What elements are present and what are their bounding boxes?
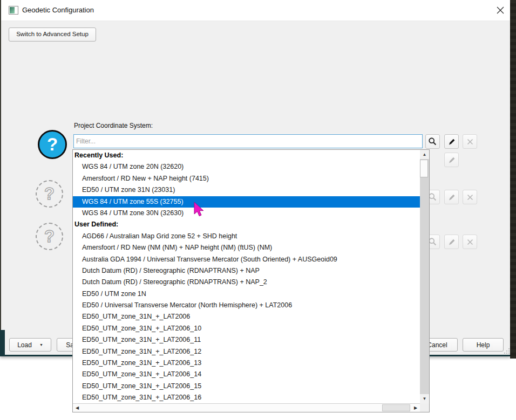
- placeholder-question-icon: ?: [36, 180, 63, 208]
- list-section-header: User Defined:: [73, 219, 420, 230]
- clear-button-disabled[interactable]: [463, 235, 477, 249]
- pencil-icon: [447, 156, 456, 164]
- title-bar[interactable]: Geodetic Configuration: [1, 0, 510, 21]
- scroll-up-button[interactable]: ▲: [420, 150, 429, 159]
- scroll-up-icon: ▲: [423, 152, 427, 157]
- scrollbar-corner: [420, 403, 429, 412]
- switch-to-advanced-setup-button[interactable]: Switch to Advanced Setup: [9, 27, 96, 42]
- question-glyph: ?: [44, 227, 55, 246]
- coordinate-system-dropdown: Recently Used: WGS 84 / UTM zone 20N (32…: [72, 149, 430, 412]
- resize-grip[interactable]: [503, 347, 510, 354]
- scroll-left-icon: ◀: [76, 405, 79, 410]
- desktop-background-right: [510, 0, 516, 359]
- desktop-background-bottom-left: [0, 330, 5, 356]
- list-item[interactable]: ED50_UTM_zone_31N_+_LAT2006_15: [73, 381, 420, 392]
- close-icon: [497, 6, 504, 14]
- window-title: Geodetic Configuration: [22, 0, 94, 20]
- vertical-scroll-thumb[interactable]: [420, 160, 428, 177]
- scroll-down-button[interactable]: ▼: [420, 394, 429, 403]
- close-button[interactable]: [491, 3, 510, 17]
- edit-button[interactable]: [444, 134, 459, 149]
- list-item[interactable]: ED50 / UTM zone 1N: [73, 288, 420, 300]
- scroll-right-icon: ▶: [414, 405, 417, 410]
- list-item[interactable]: AGD66 / Australian Map Grid zone 52 + SH…: [73, 231, 420, 242]
- list-item[interactable]: WGS 84 / UTM zone 30N (32630): [73, 208, 420, 219]
- list-item[interactable]: ED50 / Universal Transverse Mercator (No…: [73, 300, 420, 311]
- cancel-label: Cancel: [427, 341, 447, 349]
- chevron-down-icon: ▼: [39, 343, 43, 347]
- clear-button[interactable]: [463, 134, 477, 149]
- question-glyph: ?: [47, 134, 58, 155]
- pencil-icon: [447, 137, 456, 146]
- help-button[interactable]: Help: [463, 338, 504, 352]
- list-item[interactable]: ED50_UTM_zone_31N_+_LAT2006_14: [73, 369, 420, 380]
- load-button[interactable]: Load ▼: [9, 338, 51, 352]
- search-icon: [428, 137, 437, 146]
- list-item[interactable]: Australia GDA 1994 / Universal Transvers…: [73, 254, 420, 265]
- pencil-icon: [447, 193, 456, 202]
- list-item[interactable]: ED50_UTM_zone_31N_+_LAT2006_10: [73, 323, 420, 334]
- edit-button-disabled[interactable]: [444, 153, 459, 167]
- list-section-header: Recently Used:: [73, 150, 420, 161]
- scroll-down-icon: ▼: [423, 396, 427, 401]
- list-item[interactable]: ED50_UTM_zone_31N_+_LAT2006_11: [73, 334, 420, 346]
- list-item[interactable]: ED50_UTM_zone_31N_+_LAT2006_12: [73, 346, 420, 357]
- list-item[interactable]: ED50_UTM_zone_31N_+_LAT2006: [73, 311, 420, 322]
- scroll-left-button[interactable]: ◀: [73, 404, 82, 412]
- help-question-icon: ?: [38, 130, 67, 159]
- filter-input[interactable]: [73, 134, 423, 148]
- clear-icon: [466, 138, 474, 146]
- list-item-selected[interactable]: WGS 84 / UTM zone 55S (32755): [73, 196, 420, 208]
- app-icon: [9, 6, 18, 15]
- edit-button-disabled[interactable]: [444, 235, 459, 249]
- list-item[interactable]: ED50 / UTM zone 31N (23031): [73, 184, 420, 196]
- list-item[interactable]: Dutch Datum (RD) / Stereographic (RDNAPT…: [73, 277, 420, 288]
- vertical-scrollbar[interactable]: ▲ ▼: [420, 150, 429, 403]
- pencil-icon: [447, 238, 456, 246]
- list-item[interactable]: Amersfoort / RD New (NM (NM) + NAP heigh…: [73, 242, 420, 253]
- help-label: Help: [477, 341, 490, 349]
- screen: Geodetic Configuration Switch to Advance…: [0, 0, 516, 420]
- list-item[interactable]: WGS 84 / UTM zone 20N (32620): [73, 161, 420, 173]
- list-item[interactable]: Amersfoort / RD New + NAP height (7415): [73, 173, 420, 184]
- edit-button-disabled[interactable]: [444, 190, 459, 204]
- dropdown-list: Recently Used: WGS 84 / UTM zone 20N (32…: [73, 150, 420, 403]
- clear-button-disabled[interactable]: [463, 190, 477, 204]
- project-coordinate-system-label: Project Coordinate System:: [74, 122, 153, 129]
- clear-icon: [466, 238, 474, 246]
- list-item[interactable]: ED50_UTM_zone_31N_+_LAT2006_16: [73, 392, 420, 403]
- list-item[interactable]: ED50_UTM_zone_31N_+_LAT2006_13: [73, 357, 420, 369]
- horizontal-scrollbar[interactable]: ◀ ▶: [73, 403, 420, 412]
- clear-icon: [466, 194, 474, 201]
- list-item[interactable]: Dutch Datum (RD) / Stereographic (RDNAPT…: [73, 265, 420, 277]
- horizontal-scroll-thumb[interactable]: [382, 404, 410, 411]
- placeholder-question-icon: ?: [36, 223, 63, 250]
- load-label: Load: [17, 341, 32, 349]
- scroll-right-button[interactable]: ▶: [411, 404, 420, 412]
- question-glyph: ?: [44, 184, 55, 204]
- search-button[interactable]: [425, 134, 440, 149]
